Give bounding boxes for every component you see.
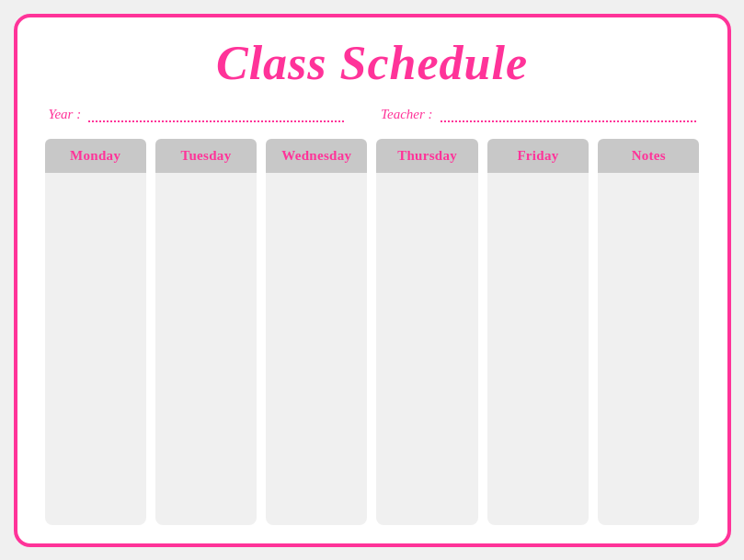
header-wednesday: Wednesday: [266, 139, 367, 173]
column-tuesday: Tuesday: [155, 139, 257, 525]
teacher-input[interactable]: [441, 103, 696, 122]
header-monday: Monday: [45, 139, 146, 173]
column-monday: Monday: [45, 139, 146, 525]
form-row: Year : Teacher :: [45, 103, 700, 122]
year-label: Year :: [49, 107, 82, 122]
header-notes: Notes: [598, 139, 699, 173]
header-thursday: Thursday: [376, 139, 477, 173]
body-monday[interactable]: [45, 173, 146, 525]
year-input[interactable]: [88, 103, 344, 122]
column-notes: Notes: [598, 139, 699, 525]
header-tuesday: Tuesday: [155, 139, 257, 173]
page-container: Class Schedule Year : Teacher : Monday T…: [14, 14, 731, 547]
body-tuesday[interactable]: [155, 173, 257, 525]
teacher-label: Teacher :: [381, 107, 433, 122]
column-friday: Friday: [487, 139, 589, 525]
schedule-grid: Monday Tuesday Wednesday Thursday Friday…: [45, 139, 700, 525]
header-friday: Friday: [487, 139, 589, 173]
column-thursday: Thursday: [376, 139, 477, 525]
body-thursday[interactable]: [376, 173, 477, 525]
body-friday[interactable]: [487, 173, 589, 525]
body-wednesday[interactable]: [266, 173, 367, 525]
body-notes[interactable]: [598, 173, 699, 525]
column-wednesday: Wednesday: [266, 139, 367, 525]
page-title: Class Schedule: [45, 36, 700, 90]
